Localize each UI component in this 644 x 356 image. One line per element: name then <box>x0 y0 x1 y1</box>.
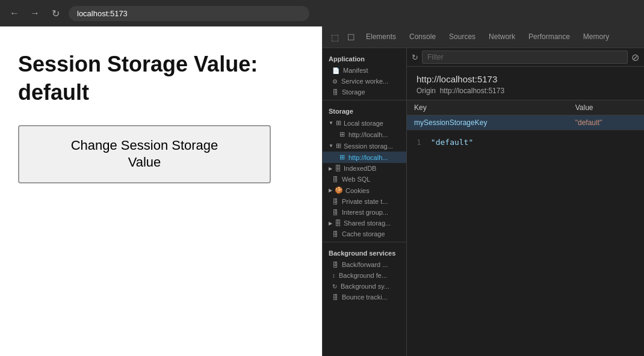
chevron-right-icon: ▶ <box>329 166 332 171</box>
devtools-panel: ⬚ ☐ Elements Console Sources Network Per… <box>322 26 644 356</box>
refresh-storage-button[interactable]: ↻ <box>412 53 418 62</box>
sync-icon: ↻ <box>332 283 337 290</box>
main-area: Session Storage Value: default Change Se… <box>0 26 644 356</box>
chevron-down-icon: ▼ <box>329 143 333 149</box>
tab-network[interactable]: Network <box>483 29 521 46</box>
manifest-icon: 📄 <box>332 67 339 74</box>
device-icon-button[interactable]: ☐ <box>344 30 359 44</box>
tab-memory[interactable]: Memory <box>577 29 615 46</box>
filter-input[interactable] <box>422 51 628 64</box>
grid-icon: ⊞ <box>339 153 345 161</box>
storage-section-title: Storage <box>323 103 406 117</box>
forward-button[interactable]: → <box>28 6 42 20</box>
sidebar-item-web-sql[interactable]: 🗄 Web SQL <box>323 174 406 185</box>
tab-console[interactable]: Console <box>403 29 442 46</box>
sidebar-divider-2 <box>323 242 406 242</box>
chevron-down-icon: ▼ <box>329 120 333 126</box>
address-bar[interactable] <box>69 6 309 21</box>
sidebar-item-back-forward[interactable]: 🗄 Back/forward ... <box>323 259 406 270</box>
value-display: 1"default" <box>407 130 644 356</box>
chevron-right-icon: ▶ <box>329 188 332 193</box>
tab-sources[interactable]: Sources <box>443 29 481 46</box>
service-worker-icon: ⚙ <box>332 78 338 85</box>
storage-table: Key Value mySessionStorageKey "default" <box>407 100 644 130</box>
db-icon: 🗄 <box>332 209 338 216</box>
table-row[interactable]: mySessionStorageKey "default" <box>407 115 644 130</box>
bg-services-title: Background services <box>323 245 406 259</box>
sidebar-item-bounce-tracking[interactable]: 🗄 Bounce tracki... <box>323 292 406 302</box>
table-cell-key: mySessionStorageKey <box>407 115 568 130</box>
db-icon: 🗄 <box>335 219 341 227</box>
sidebar-item-manifest[interactable]: 📄 Manifest <box>323 65 406 76</box>
col-header-key: Key <box>407 100 568 115</box>
storage-icon: 🗄 <box>332 89 338 96</box>
sidebar-subitem-local-storage-origin[interactable]: ⊞ http://localh... <box>323 129 406 140</box>
change-session-button[interactable]: Change Session StorageValue <box>18 125 271 183</box>
devtools-body: Application 📄 Manifest ⚙ Service worke..… <box>323 48 644 356</box>
session-value-display: Session Storage Value: default <box>18 51 304 107</box>
col-header-value: Value <box>568 100 644 115</box>
tab-performance[interactable]: Performance <box>522 29 576 46</box>
storage-url-header: http://localhost:5173 Origin http://loca… <box>407 67 644 100</box>
application-section-title: Application <box>323 51 406 65</box>
sidebar-item-private-state[interactable]: 🗄 Private state t... <box>323 196 406 207</box>
sidebar-item-storage-main[interactable]: 🗄 Storage <box>323 87 406 97</box>
refresh-button[interactable]: ↻ <box>48 6 63 20</box>
back-forward-icon: 🗄 <box>332 262 338 268</box>
sidebar-item-bg-sync[interactable]: ↻ Background sy... <box>323 281 406 292</box>
sidebar-subitem-session-storage-origin[interactable]: ⊞ http://localh... <box>323 152 406 163</box>
storage-url-text: http://localhost:5173 <box>416 74 634 84</box>
fetch-icon: ↕ <box>332 272 335 279</box>
sidebar-group-cookies[interactable]: ▶ 🍪 Cookies <box>323 185 406 196</box>
cookie-icon: 🍪 <box>335 186 343 194</box>
sidebar-item-service-worker[interactable]: ⚙ Service worke... <box>323 76 406 87</box>
tab-elements[interactable]: Elements <box>360 29 402 46</box>
db-icon: 🗄 <box>335 165 341 172</box>
sidebar-item-interest-group[interactable]: 🗄 Interest group... <box>323 207 406 218</box>
devtools-tabs-bar: ⬚ ☐ Elements Console Sources Network Per… <box>323 26 644 48</box>
sidebar-group-session-storage[interactable]: ▼ ⊞ Session storag... <box>323 140 406 152</box>
back-button[interactable]: ← <box>7 6 22 20</box>
db-icon: 🗄 <box>332 176 338 183</box>
storage-origin-text: Origin http://localhost:5173 <box>416 87 634 95</box>
sidebar-group-shared-storage[interactable]: ▶ 🗄 Shared storag... <box>323 218 406 229</box>
sidebar-item-bg-fetch[interactable]: ↕ Background fe... <box>323 270 406 281</box>
devtools-sidebar: Application 📄 Manifest ⚙ Service worke..… <box>323 48 407 356</box>
chevron-right-icon: ▶ <box>329 221 332 226</box>
sidebar-divider <box>323 100 406 100</box>
sidebar-group-indexeddb[interactable]: ▶ 🗄 IndexedDB <box>323 163 406 174</box>
value-text: "default" <box>431 138 473 147</box>
grid-icon: ⊞ <box>336 119 341 127</box>
db-icon: 🗄 <box>332 198 338 205</box>
filter-bar: ↻ ⊘ <box>407 48 644 67</box>
db-icon: 🗄 <box>332 231 338 238</box>
grid-icon: ⊞ <box>339 130 345 138</box>
line-number: 1 <box>416 138 421 147</box>
page-content: Session Storage Value: default Change Se… <box>0 26 322 356</box>
sidebar-group-local-storage[interactable]: ▼ ⊞ Local storage <box>323 117 406 129</box>
devtools-main-panel: ↻ ⊘ http://localhost:5173 Origin http://… <box>407 48 644 356</box>
bounce-icon: 🗄 <box>332 294 338 301</box>
clear-filter-button[interactable]: ⊘ <box>631 52 639 63</box>
sidebar-item-cache-storage[interactable]: 🗄 Cache storage <box>323 229 406 239</box>
table-cell-value: "default" <box>568 115 644 130</box>
grid-icon: ⊞ <box>336 142 341 150</box>
browser-toolbar: ← → ↻ <box>0 0 644 26</box>
inspect-icon-button[interactable]: ⬚ <box>327 30 342 44</box>
